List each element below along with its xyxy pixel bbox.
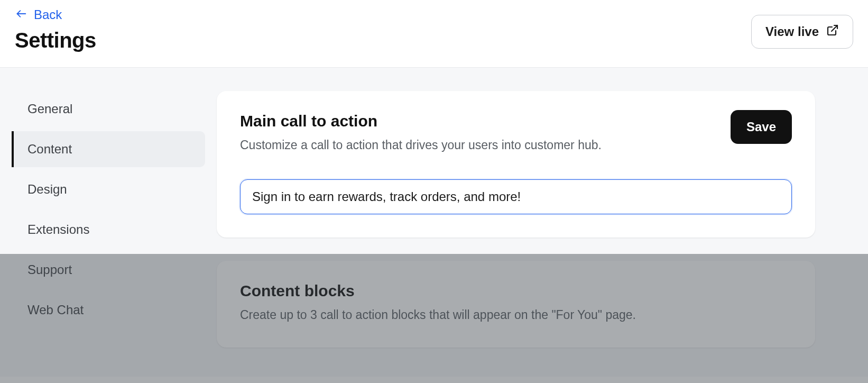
svg-line-1 [832, 25, 837, 31]
content-blocks-card: Content blocks Create up to 3 call to ac… [217, 261, 815, 347]
header-left: Back Settings [15, 7, 96, 52]
view-live-label: View live [765, 24, 819, 39]
content-blocks-heading: Content blocks [240, 282, 792, 300]
view-live-button[interactable]: View live [751, 15, 853, 49]
main-cta-card: Main call to action Customize a call to … [217, 91, 815, 238]
sidebar-item-label: Support [27, 262, 72, 277]
page-header: Back Settings View live [0, 0, 868, 68]
page-title: Settings [15, 29, 96, 52]
app-root: Back Settings View live General Content [0, 0, 868, 383]
sidebar-item-label: Extensions [27, 222, 89, 236]
sidebar-item-label: Web Chat [27, 303, 84, 317]
sidebar-item-support[interactable]: Support [12, 252, 205, 288]
page-body: General Content Design Extensions Suppor… [0, 68, 868, 377]
sidebar-item-general[interactable]: General [12, 91, 205, 127]
sidebar-item-design[interactable]: Design [12, 171, 205, 207]
external-link-icon [826, 24, 839, 40]
settings-sidebar: General Content Design Extensions Suppor… [0, 68, 217, 377]
sidebar-item-label: Content [27, 142, 72, 156]
main-cta-input[interactable] [240, 179, 792, 214]
back-link[interactable]: Back [15, 7, 96, 22]
save-button[interactable]: Save [731, 110, 792, 144]
sidebar-item-label: General [27, 102, 72, 116]
content-blocks-description: Create up to 3 call to action blocks tha… [240, 306, 792, 324]
main-content: Main call to action Customize a call to … [217, 68, 868, 377]
main-cta-description: Customize a call to action that drives y… [240, 136, 792, 154]
back-label: Back [34, 7, 62, 22]
arrow-left-icon [15, 7, 27, 22]
sidebar-item-content[interactable]: Content [12, 131, 205, 167]
sidebar-item-extensions[interactable]: Extensions [12, 212, 205, 248]
sidebar-item-web-chat[interactable]: Web Chat [12, 292, 205, 328]
sidebar-item-label: Design [27, 182, 67, 196]
main-cta-heading: Main call to action [240, 112, 792, 130]
